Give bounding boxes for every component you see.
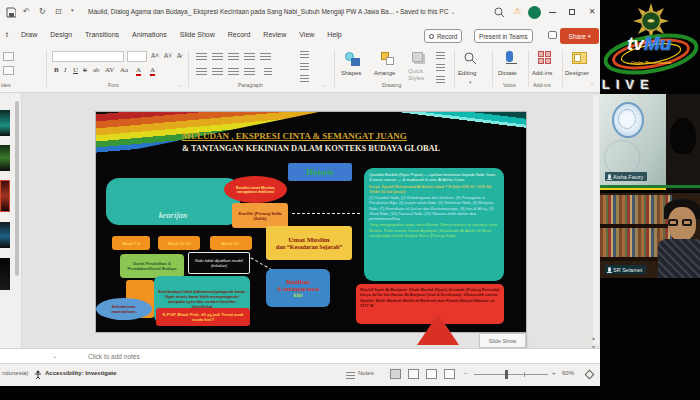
zoom-slider-handle[interactable] <box>505 370 508 379</box>
slide-sorter-view-button[interactable] <box>408 369 419 379</box>
layout-icon[interactable] <box>3 66 14 75</box>
account-avatar[interactable] <box>528 6 541 19</box>
start-slideshow-icon[interactable]: ⊡ <box>55 7 62 16</box>
tab-draw[interactable]: Draw <box>21 31 37 38</box>
slide-thumbnail[interactable] <box>0 110 10 136</box>
canvas-scrollbar[interactable] <box>593 95 599 345</box>
nabi-model-shape[interactable]: Nabi tidak dijadikan model (teladan) <box>188 252 250 274</box>
shapes-label[interactable]: Shapes <box>341 70 361 76</box>
warning-icon[interactable]: ⚠ <box>513 6 521 16</box>
tab-help[interactable]: Help <box>327 31 341 38</box>
red-triangle-pointer[interactable] <box>417 314 459 345</box>
kpop-shape[interactable]: K-POP, Black Pink, dll yg jadi Trend ana… <box>156 308 250 326</box>
font-dialog-launcher-icon[interactable]: ⌟ <box>178 81 180 87</box>
strikethrough-button[interactable]: S <box>83 66 87 74</box>
add-ins-label[interactable]: Add-ins <box>532 70 552 76</box>
designer-icon[interactable] <box>572 52 587 64</box>
text-highlight-button[interactable]: A <box>136 66 141 76</box>
underline-button[interactable]: U <box>73 66 78 74</box>
slide-canvas[interactable]: MULUDAN , EKSPRESI CINTA & SEMANGAT JUAN… <box>96 112 526 332</box>
realitas-shape[interactable]: Realitas & tantangan masa kini <box>266 269 330 307</box>
notes-toggle-label[interactable]: Notes <box>358 370 374 376</box>
bullets-icon[interactable] <box>196 53 207 61</box>
reading-view-button[interactable] <box>426 369 437 379</box>
qat-customize-icon[interactable]: ▾ <box>71 7 74 13</box>
dictate-icon[interactable] <box>506 51 517 64</box>
notes-pane[interactable]: ⌄ Click to add notes <box>0 348 600 363</box>
align-right-icon[interactable] <box>228 68 239 76</box>
historis-notes-shape[interactable]: Qasidah Burdah (Syair Pujian) — ajarkan … <box>364 168 504 281</box>
undo-icon[interactable]: ↶ <box>23 7 30 16</box>
save-status[interactable]: Saved to this PC <box>400 8 448 15</box>
slide-thumbnail[interactable] <box>0 222 10 248</box>
comments-icon[interactable] <box>548 31 557 39</box>
character-spacing-button[interactable]: AV <box>105 66 114 74</box>
kearifan-shape[interactable]: kearifan <box>106 178 240 225</box>
notes-placeholder[interactable]: Click to add notes <box>88 353 140 360</box>
slide-title-line1[interactable]: MULUDAN , EKSPRESI CINTA & SEMANGAT JUAN… <box>182 131 407 141</box>
sekularisme-ellipse[interactable]: Sekularisme, materialisme, <box>96 298 152 320</box>
new-slide-icon[interactable] <box>3 52 14 61</box>
scroll-up-icon[interactable]: ▲ <box>591 335 596 341</box>
arrange-icon[interactable] <box>381 52 395 66</box>
fit-to-window-icon[interactable] <box>585 370 595 380</box>
font-name-combo[interactable] <box>52 51 124 62</box>
kondisi-ellipse[interactable]: Kondisi umat Muslim, mengalami deklinasi <box>224 176 287 203</box>
slide-thumbnail-selected[interactable] <box>0 180 10 212</box>
slideshow-view-button[interactable] <box>444 369 455 379</box>
convert-smartart-icon[interactable] <box>300 75 309 83</box>
editing-icon[interactable] <box>464 52 477 65</box>
quick-styles-icon[interactable] <box>412 52 423 62</box>
umat-muslim-shape[interactable]: Umat Muslim dan “Kesadaran Sejarah” <box>266 226 352 260</box>
tab-view[interactable]: View <box>299 31 314 38</box>
text-shadow-button[interactable]: ab <box>93 66 100 74</box>
font-color-button[interactable]: A <box>150 66 155 76</box>
slide-thumbnail[interactable] <box>0 258 10 290</box>
language-status[interactable]: ndonesia) <box>2 370 28 376</box>
abad-chip-2[interactable]: Abad 10-13 <box>158 236 200 250</box>
change-case-button[interactable]: Aa <box>120 66 128 74</box>
slide-thumbnail[interactable] <box>0 145 10 171</box>
zoom-slider-track[interactable] <box>474 374 548 375</box>
redo-icon[interactable]: ↻ <box>39 7 46 16</box>
share-button[interactable]: Share ▾ <box>560 28 599 44</box>
konflik-shape[interactable]: Konflik (Perang Salib (Salib) <box>232 203 288 228</box>
collapse-ribbon-icon[interactable]: ⌄ <box>590 80 594 86</box>
shape-effects-icon[interactable] <box>436 76 445 84</box>
tab-transitions[interactable]: Transitions <box>85 31 119 38</box>
abad-chip-1[interactable]: Abad 7-9 <box>112 236 150 250</box>
columns-icon[interactable] <box>264 68 272 76</box>
align-text-icon[interactable] <box>300 63 309 71</box>
decrease-indent-icon[interactable] <box>228 53 239 61</box>
present-in-teams-button[interactable]: Present in Teams <box>474 29 533 43</box>
text-direction-icon[interactable] <box>300 51 309 59</box>
slide-title-line2[interactable]: & TANTANGAN KEKINIAN DALAM KONTEKS BUDAY… <box>182 144 440 153</box>
close-button[interactable]: ✕ <box>584 4 600 20</box>
tab-insert-partial[interactable]: t <box>6 31 8 38</box>
shrink-font-icon[interactable]: A˅ <box>164 52 172 59</box>
shapes-icon[interactable] <box>345 52 361 67</box>
notes-toggle-icon[interactable] <box>346 372 355 380</box>
dunia-pendidikan-shape[interactable]: Dunia Pendidikan & Peradaban/Sosial Buda… <box>120 254 184 278</box>
quick-styles-label1[interactable]: Quick <box>408 68 423 74</box>
normal-view-button[interactable] <box>390 369 401 379</box>
restore-button[interactable] <box>564 4 580 20</box>
bold-button[interactable]: B <box>54 66 59 74</box>
accessibility-status[interactable]: Accessibility: Investigate <box>45 370 117 376</box>
zoom-out-button[interactable]: − <box>464 370 468 376</box>
font-size-combo[interactable] <box>127 51 147 62</box>
align-left-icon[interactable] <box>196 68 207 76</box>
increase-indent-icon[interactable] <box>244 53 255 61</box>
add-ins-icon[interactable] <box>538 51 551 64</box>
numbering-icon[interactable] <box>212 53 223 61</box>
tab-design[interactable]: Design <box>50 31 72 38</box>
shape-outline-icon[interactable] <box>436 64 445 72</box>
tab-record[interactable]: Record <box>228 31 251 38</box>
minimize-button[interactable] <box>544 4 560 20</box>
clear-formatting-icon[interactable]: A̷ <box>177 52 181 59</box>
line-spacing-icon[interactable] <box>260 53 271 61</box>
record-button[interactable]: Record <box>424 29 462 43</box>
justify-icon[interactable] <box>244 68 255 76</box>
editing-label[interactable]: Editing <box>458 70 476 76</box>
dictate-label[interactable]: Dictate <box>498 70 517 76</box>
